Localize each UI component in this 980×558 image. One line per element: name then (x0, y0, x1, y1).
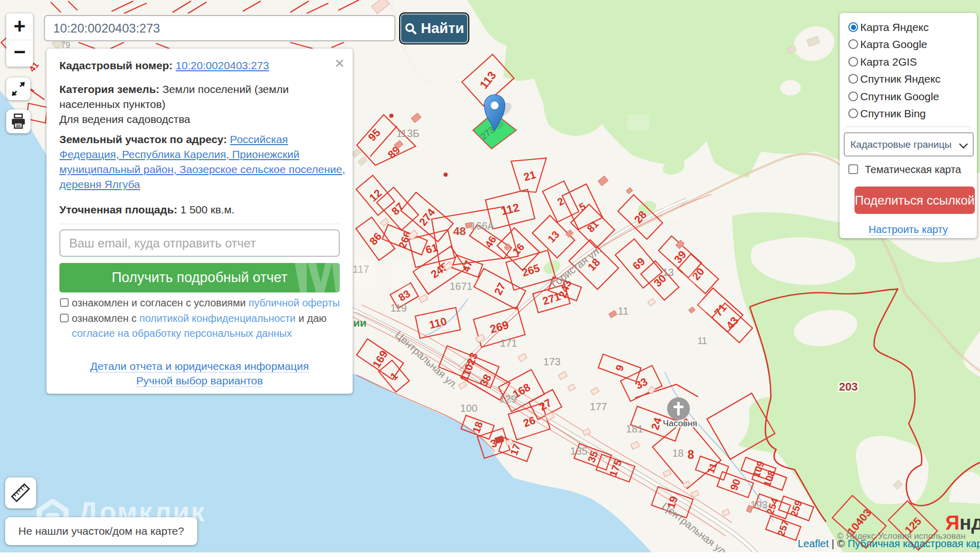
svg-text:ии: ии (353, 317, 367, 329)
svg-text:129: 129 (499, 393, 516, 405)
svg-text:171: 171 (500, 337, 517, 349)
svg-text:11: 11 (698, 336, 707, 346)
svg-text:1671: 1671 (450, 281, 473, 292)
svg-text:48: 48 (453, 225, 466, 238)
svg-text:166А: 166А (470, 220, 495, 231)
svg-text:79: 79 (61, 41, 70, 50)
svg-text:11: 11 (618, 305, 629, 317)
svg-text:13: 13 (662, 267, 674, 278)
svg-text:181: 181 (626, 423, 643, 435)
svg-text:119: 119 (390, 302, 407, 314)
svg-text:135: 135 (570, 445, 587, 457)
svg-text:113Б: 113Б (396, 128, 419, 139)
svg-text:203: 203 (839, 380, 858, 393)
svg-text:18: 18 (672, 447, 684, 459)
svg-text:177: 177 (590, 401, 607, 412)
svg-text:173: 173 (543, 356, 560, 367)
svg-text:193: 193 (750, 499, 767, 510)
svg-text:8: 8 (688, 448, 694, 461)
svg-text:100: 100 (460, 402, 477, 414)
svg-text:Часовня: Часовня (663, 419, 698, 428)
